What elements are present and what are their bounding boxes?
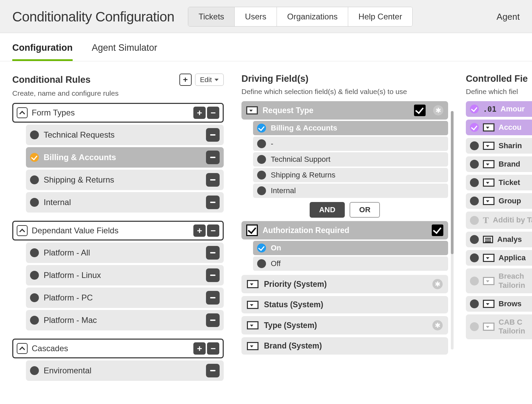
subtab-agent-simulator[interactable]: Agent Simulator xyxy=(92,43,157,61)
value-internal[interactable]: Internal xyxy=(253,184,448,198)
rule-billing-accounts[interactable]: Billing & Accounts xyxy=(26,147,224,168)
system-field-priority[interactable]: Priority (System) ✱ xyxy=(241,275,448,293)
group-label: Dependant Value Fields xyxy=(32,226,118,235)
dropdown-icon xyxy=(247,280,258,288)
dropdown-icon xyxy=(247,342,258,350)
driving-field-request-type[interactable]: Request Type ✱ xyxy=(241,101,448,120)
field-label: Additi by Tail xyxy=(493,216,532,224)
rule-platform-mac[interactable]: Platform - Mac xyxy=(26,310,224,330)
collapse-form-types[interactable] xyxy=(17,107,28,118)
remove-rule-button[interactable] xyxy=(206,268,220,282)
check-icon xyxy=(257,244,266,252)
remove-rule-button[interactable] xyxy=(206,364,220,377)
rules-title: Conditional Rules xyxy=(12,75,91,85)
driving-subtitle: Define which selection field(s) & field … xyxy=(241,88,448,96)
dot-icon xyxy=(470,216,479,225)
edit-rules-button[interactable]: Edit xyxy=(195,74,224,86)
dot-icon xyxy=(30,175,39,184)
group-add-button[interactable]: + xyxy=(193,224,206,237)
logic-or-button[interactable]: OR xyxy=(350,202,380,218)
add-rule-button[interactable]: + xyxy=(179,74,192,86)
controlled-analysis[interactable]: Analys xyxy=(466,232,532,247)
rule-shipping-returns[interactable]: Shipping & Returns xyxy=(26,170,224,190)
rule-platform-pc[interactable]: Platform - PC xyxy=(26,288,224,308)
rule-label: Shipping & Returns xyxy=(44,175,114,185)
tab-tickets[interactable]: Tickets xyxy=(188,7,235,26)
subtab-configuration[interactable]: Configuration xyxy=(12,43,73,61)
controlled-brand[interactable]: Brand xyxy=(466,156,532,172)
tab-users[interactable]: Users xyxy=(235,7,277,26)
group-remove-button[interactable]: − xyxy=(207,224,219,237)
controlled-browser[interactable]: Brows xyxy=(466,296,532,312)
logic-and-button[interactable]: AND xyxy=(310,202,345,218)
rule-label: Technical Requests xyxy=(44,130,115,140)
group-add-button[interactable]: + xyxy=(193,107,206,119)
controlled-sharing[interactable]: Sharin xyxy=(466,138,532,154)
controlled-cab[interactable]: CAB C Tailorin xyxy=(466,314,532,339)
group-add-button[interactable]: + xyxy=(193,342,206,355)
controlled-breach[interactable]: Breach Tailorin xyxy=(466,268,532,293)
tab-organizations[interactable]: Organizations xyxy=(277,7,348,26)
dot-icon xyxy=(470,322,479,331)
controlled-application[interactable]: Applica xyxy=(466,250,532,266)
group-dependant-value-fields[interactable]: Dependant Value Fields + − xyxy=(12,221,224,240)
remove-rule-button[interactable] xyxy=(206,128,220,142)
controlled-title: Controlled Fie xyxy=(466,74,528,84)
remove-rule-button[interactable] xyxy=(206,313,220,327)
field-label: Brand xyxy=(499,160,520,169)
remove-rule-button[interactable] xyxy=(206,173,220,187)
scrollbar[interactable] xyxy=(451,111,454,349)
rule-technical-requests[interactable]: Technical Requests xyxy=(26,125,224,145)
remove-rule-button[interactable] xyxy=(206,151,220,164)
remove-rule-button[interactable] xyxy=(206,246,220,260)
system-field-status[interactable]: Status (System) xyxy=(241,296,448,313)
dot-icon xyxy=(257,155,266,164)
group-remove-button[interactable]: − xyxy=(207,342,219,355)
column-controlled-fields: Controlled Fie Define which fiel .01 Amo… xyxy=(466,74,532,389)
remove-rule-button[interactable] xyxy=(206,196,220,209)
field-checked-icon[interactable] xyxy=(414,105,426,116)
dropdown-icon xyxy=(483,197,494,205)
group-remove-button[interactable]: − xyxy=(207,107,219,119)
group-form-types[interactable]: Form Types + − xyxy=(12,103,224,123)
value-off[interactable]: Off xyxy=(253,257,448,271)
controlled-account[interactable]: Accou xyxy=(466,120,532,135)
rule-label: Internal xyxy=(44,198,71,207)
scrollbar-thumb[interactable] xyxy=(451,111,454,254)
driving-field-authorization[interactable]: Authorization Required xyxy=(241,221,448,239)
field-checked-icon[interactable] xyxy=(432,224,443,236)
rule-platform-all[interactable]: Platform - All xyxy=(26,243,224,263)
value-shipping-returns[interactable]: Shipping & Returns xyxy=(253,168,448,182)
group-cascades[interactable]: Cascades + − xyxy=(12,339,224,358)
check-icon xyxy=(30,153,39,162)
dot-icon xyxy=(470,178,479,187)
controlled-amount[interactable]: .01 Amour xyxy=(466,101,532,117)
dropdown-icon xyxy=(247,301,258,309)
field-label: Authorization Required xyxy=(263,226,349,235)
dot-icon xyxy=(470,299,479,308)
rule-enviromental[interactable]: Enviromental xyxy=(26,360,224,381)
value-label: Off xyxy=(271,259,281,268)
dot-icon xyxy=(470,235,479,244)
group-label: Cascades xyxy=(32,344,68,353)
controlled-group[interactable]: Group xyxy=(466,193,532,209)
value-technical-support[interactable]: Technical Support xyxy=(253,152,448,167)
rule-platform-linux[interactable]: Platform - Linux xyxy=(26,265,224,285)
field-label: Priority (System) xyxy=(264,280,327,289)
collapse-cascades[interactable] xyxy=(17,343,28,354)
value-billing-accounts[interactable]: Billing & Accounts xyxy=(253,121,448,135)
system-field-brand[interactable]: Brand (System) xyxy=(241,337,448,355)
top-bar: Conditionality Configuration Tickets Use… xyxy=(0,0,532,33)
system-field-type[interactable]: Type (System) ✱ xyxy=(241,316,448,335)
driving-title: Driving Field(s) xyxy=(241,74,309,84)
value-none[interactable]: - xyxy=(253,137,448,151)
page-title: Conditionality Configuration xyxy=(12,9,174,25)
remove-rule-button[interactable] xyxy=(206,291,220,305)
tab-help-center[interactable]: Help Center xyxy=(348,7,412,26)
value-on[interactable]: On xyxy=(253,241,448,255)
rule-internal[interactable]: Internal xyxy=(26,192,224,213)
field-label: Analys xyxy=(497,235,522,244)
collapse-dependant[interactable] xyxy=(17,225,28,236)
controlled-additional[interactable]: T Additi by Tail xyxy=(466,212,532,229)
controlled-ticket[interactable]: Ticket xyxy=(466,175,532,190)
